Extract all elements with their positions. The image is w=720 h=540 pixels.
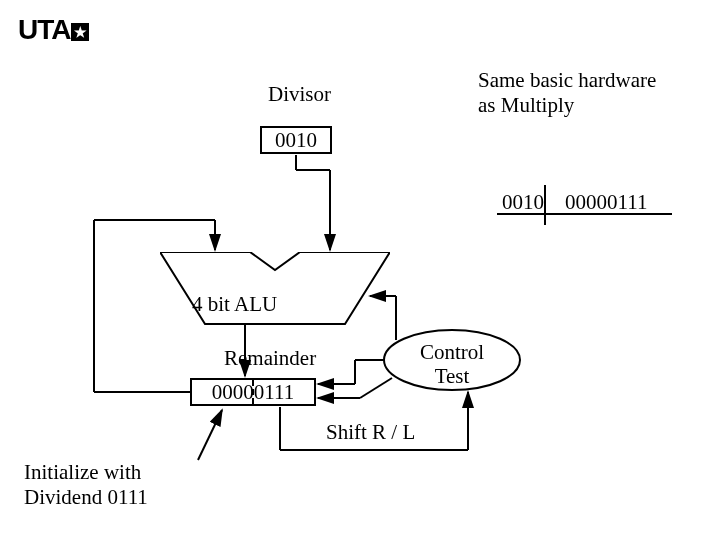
uta-logo: UTA★ bbox=[18, 14, 89, 46]
long-division-dividend: 00000111 bbox=[565, 190, 647, 214]
svg-line-20 bbox=[198, 410, 222, 460]
note-line2: as Multiply bbox=[478, 93, 574, 117]
divisor-register: 0010 bbox=[260, 126, 332, 154]
divisor-label: Divisor bbox=[268, 82, 331, 107]
shift-label: Shift R / L bbox=[326, 420, 415, 445]
control-line2: Test bbox=[435, 364, 470, 388]
uta-logo-star: ★ bbox=[71, 23, 89, 41]
long-division-vbar bbox=[544, 185, 546, 225]
uta-logo-text: UTA bbox=[18, 14, 70, 45]
remainder-label: Remainder bbox=[224, 346, 316, 371]
init-line1: Initialize with bbox=[24, 460, 141, 484]
control-test-label: Control Test bbox=[412, 340, 492, 388]
hardware-note: Same basic hardware as Multiply bbox=[478, 68, 656, 118]
note-line1: Same basic hardware bbox=[478, 68, 656, 92]
long-division: 0010 00000111 bbox=[502, 190, 647, 215]
remainder-register-divider bbox=[252, 380, 254, 404]
initialize-label: Initialize with Dividend 0111 bbox=[24, 460, 148, 510]
control-line1: Control bbox=[420, 340, 484, 364]
long-division-divisor: 0010 bbox=[502, 190, 544, 214]
alu-label: 4 bit ALU bbox=[192, 292, 277, 317]
divisor-register-value: 0010 bbox=[275, 128, 317, 153]
init-line2: Dividend 0111 bbox=[24, 485, 148, 509]
long-division-bar bbox=[497, 213, 672, 215]
